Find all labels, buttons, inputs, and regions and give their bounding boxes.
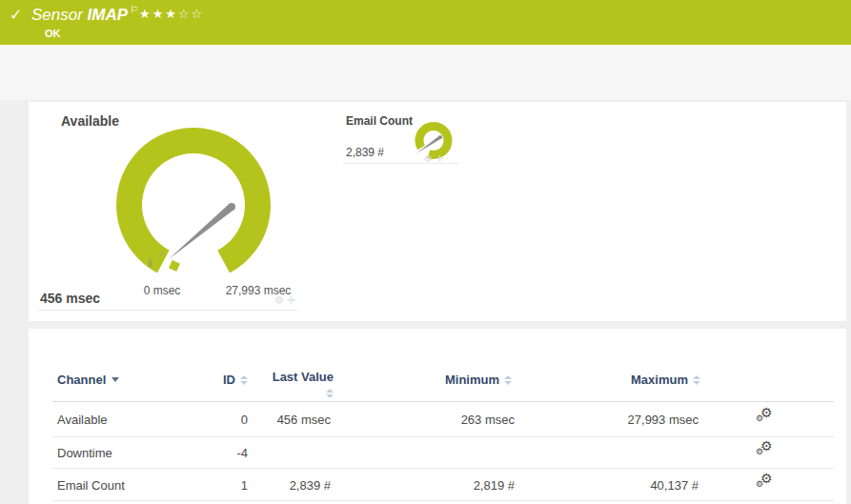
cell-maximum: 40,137 # bbox=[591, 478, 699, 493]
cell-maximum: 27,993 msec bbox=[591, 413, 699, 427]
table-row-email-count: Email Count 1 2,839 # 2,819 # 40,137 # ⚙… bbox=[29, 468, 846, 500]
gauge-needle-hub bbox=[228, 203, 235, 211]
gauge-pin-icon[interactable]: ✛ bbox=[287, 294, 298, 307]
gauge-average-marker: x̄ bbox=[148, 258, 152, 269]
cell-last-value: 2,839 # bbox=[248, 478, 331, 493]
sort-icon[interactable] bbox=[693, 375, 700, 385]
table-row-downtime: Downtime -4 ⚙⚙ bbox=[29, 436, 846, 468]
sort-icon[interactable] bbox=[326, 389, 334, 398]
gauge-value-marker bbox=[169, 260, 180, 272]
gauge-available[interactable]: x̄ bbox=[98, 112, 289, 307]
gauge-email-count-title: Email Count bbox=[346, 114, 413, 128]
row-divider bbox=[52, 500, 834, 501]
gauge-divider bbox=[38, 310, 297, 311]
cell-channel: Downtime bbox=[57, 446, 112, 460]
status-badge: OK bbox=[45, 28, 61, 39]
gauge-arc bbox=[130, 141, 258, 262]
sensor-name: IMAP bbox=[88, 6, 129, 24]
gauges-panel: Available x̄ 0 msec 27,993 msec ⚙✛ 456 m… bbox=[29, 102, 846, 321]
title-prefix: Sensor bbox=[31, 6, 83, 24]
column-header-last-value-label: Last Value bbox=[273, 370, 334, 384]
column-header-channel-label: Channel bbox=[57, 373, 106, 387]
gauge-needle-hub-small bbox=[438, 135, 442, 139]
cell-channel: Email Count bbox=[57, 478, 125, 493]
gauge-hover-tools[interactable]: ⚙✛ bbox=[274, 294, 298, 307]
star-rating[interactable]: ★★★☆☆ bbox=[139, 7, 204, 21]
cell-minimum: 2,819 # bbox=[410, 478, 515, 493]
sort-icon[interactable] bbox=[240, 375, 248, 385]
page-title: Sensor IMAP⚐ bbox=[31, 4, 139, 25]
column-header-id-label: ID bbox=[223, 373, 235, 387]
table-row-available: Available 0 456 msec 263 msec 27,993 mse… bbox=[29, 402, 846, 436]
gauge-scale-min: 0 msec bbox=[129, 284, 195, 297]
gauge-email-count-value: 2,839 # bbox=[346, 146, 384, 159]
column-header-channel[interactable]: Channel bbox=[57, 373, 119, 387]
cell-minimum: 263 msec bbox=[410, 413, 515, 427]
flag-icon[interactable]: ⚐ bbox=[130, 4, 139, 16]
column-header-maximum-label: Maximum bbox=[631, 373, 688, 387]
column-header-minimum-label: Minimum bbox=[445, 373, 499, 387]
sort-desc-icon bbox=[111, 377, 119, 382]
gauge-divider-small bbox=[343, 163, 459, 164]
cell-last-value: 456 msec bbox=[248, 413, 331, 427]
cell-id: -4 bbox=[162, 446, 248, 460]
cell-channel: Available bbox=[57, 413, 108, 427]
channel-table-panel: Channel ID Last Value Minimum Maximum Av… bbox=[29, 329, 846, 504]
cell-id: 1 bbox=[162, 478, 248, 493]
sensor-page: ✓ Sensor IMAP⚐ ★★★☆☆ OK Overview bbox=[0, 0, 851, 504]
column-header-maximum[interactable]: Maximum bbox=[575, 373, 700, 387]
sensor-header: ✓ Sensor IMAP⚐ ★★★☆☆ OK bbox=[0, 0, 851, 45]
tab-bar: Overview Live Data 2 days 30 days bbox=[0, 45, 851, 100]
gauge-gear-icon[interactable]: ⚙ bbox=[274, 294, 287, 307]
gauge-available-value: 456 msec bbox=[40, 291, 100, 306]
column-header-last-value[interactable]: Last Value bbox=[265, 369, 334, 401]
ok-check-icon: ✓ bbox=[10, 6, 22, 24]
column-header-minimum[interactable]: Minimum bbox=[391, 373, 512, 387]
cell-id: 0 bbox=[162, 413, 248, 427]
column-header-id[interactable]: ID bbox=[151, 373, 248, 387]
sort-icon[interactable] bbox=[504, 375, 512, 385]
